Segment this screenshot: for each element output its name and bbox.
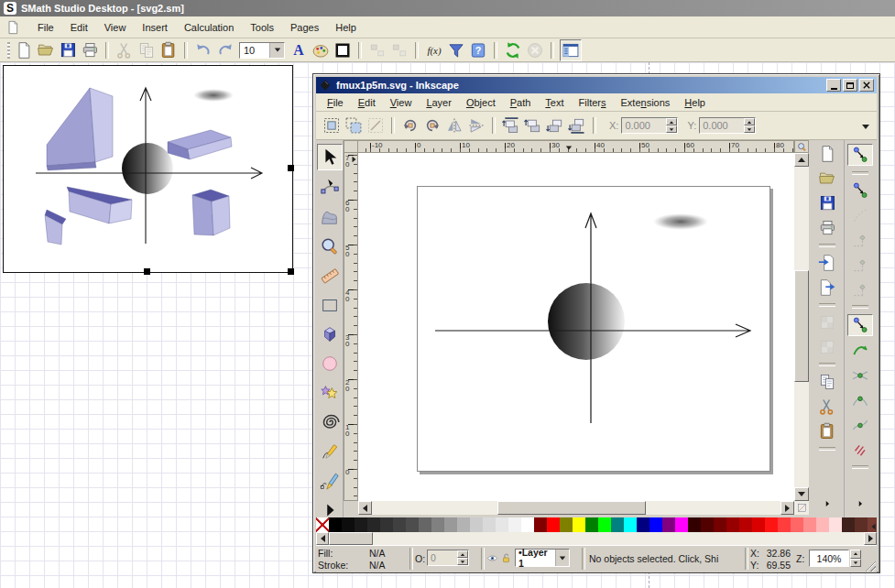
print-document-button[interactable] [816, 218, 838, 238]
palette-swatch[interactable] [637, 517, 649, 532]
export-button[interactable] [816, 278, 838, 298]
opacity-spin-down[interactable] [457, 558, 468, 565]
menu-object[interactable]: Object [459, 95, 503, 110]
rotate-cw-button[interactable] [422, 115, 442, 136]
toolbar-grip[interactable] [7, 42, 10, 59]
blurred-ellipse[interactable] [653, 213, 708, 230]
y-spin-up[interactable] [744, 118, 755, 125]
zoom-spin-down[interactable] [850, 559, 861, 568]
reference-book-button[interactable] [468, 40, 488, 60]
x-spin-up[interactable] [666, 118, 677, 125]
fill-value[interactable]: N/A [369, 548, 386, 559]
palette-swatch[interactable] [714, 517, 726, 532]
undo-button[interactable] [193, 40, 213, 60]
palette-swatch[interactable] [431, 517, 444, 532]
palette-swatch[interactable] [842, 517, 855, 532]
menu-file[interactable]: File [29, 19, 62, 36]
tool-rectangle-button[interactable] [318, 292, 342, 317]
tool-3d-box-button[interactable] [318, 321, 342, 346]
tool-measure-button[interactable] [318, 263, 342, 288]
snap-enable-button[interactable] [847, 144, 873, 166]
menu-calculation[interactable]: Calculation [176, 19, 242, 36]
window-resize-grip[interactable] [864, 560, 876, 572]
palette-swatch[interactable] [791, 517, 803, 532]
snap-nodes-button[interactable] [847, 314, 873, 336]
palette-swatch[interactable] [803, 517, 816, 532]
palette-scroll-left[interactable] [316, 532, 329, 545]
border-button[interactable] [333, 40, 353, 60]
tool-zoom-button[interactable] [318, 234, 342, 258]
palette-swatch[interactable] [624, 517, 637, 532]
smath-titlebar[interactable]: S SMath Studio Desktop - [svg2.sm] [0, 0, 895, 16]
zoom-spin-up[interactable] [850, 550, 861, 559]
smath-drawing-region[interactable] [3, 65, 293, 273]
palette-swatch[interactable] [726, 517, 739, 532]
palette-swatch[interactable] [393, 517, 406, 532]
palette-swatch[interactable] [585, 517, 598, 532]
palette-swatch[interactable] [483, 517, 496, 532]
menu-edit[interactable]: Edit [62, 19, 96, 36]
snap-more-button[interactable] [848, 494, 872, 514]
save-button[interactable] [58, 40, 78, 60]
palette-swatch[interactable] [688, 517, 701, 532]
palette-swatch[interactable] [662, 517, 675, 532]
x-coordinate-field[interactable]: 0.000 [621, 117, 678, 134]
palette-swatch[interactable] [380, 517, 393, 532]
palette-swatch[interactable] [829, 517, 842, 532]
palette-swatch[interactable] [342, 517, 355, 532]
copy-button[interactable] [816, 372, 838, 392]
open-button[interactable] [36, 40, 56, 60]
tool-pencil-button[interactable] [318, 439, 342, 463]
zoom-corner-button[interactable] [794, 140, 809, 153]
scroll-left-button[interactable] [358, 501, 372, 515]
vertical-scrollbar[interactable] [794, 153, 809, 501]
stroke-value[interactable]: N/A [369, 560, 386, 571]
palette-swatch[interactable] [560, 517, 573, 532]
x-spin-down[interactable] [666, 125, 677, 133]
filter-button[interactable] [446, 40, 466, 60]
horizontal-ruler[interactable]: -1001020304050607080 [358, 140, 794, 153]
palette-swatch[interactable] [816, 517, 829, 532]
palette-swatch[interactable] [534, 517, 547, 532]
scroll-down-button[interactable] [794, 487, 809, 501]
menu-help[interactable]: Help [677, 95, 713, 110]
snap-bounding-box-button[interactable] [848, 180, 872, 201]
menu-tools[interactable]: Tools [242, 19, 282, 36]
commands-more-button[interactable] [816, 494, 838, 514]
palette-swatch[interactable] [355, 517, 367, 532]
menu-file[interactable]: File [320, 95, 351, 110]
selection-handle-right[interactable] [288, 165, 294, 171]
close-button[interactable] [859, 79, 874, 92]
palette-swatch[interactable] [778, 517, 791, 532]
print-button[interactable] [80, 40, 100, 60]
layer-selector[interactable]: •Layer 1 [515, 549, 570, 567]
layer-dropdown-button[interactable] [555, 550, 569, 566]
maximize-button[interactable] [843, 79, 857, 92]
ruler-corner[interactable] [344, 140, 358, 153]
palette-swatch[interactable] [521, 517, 534, 532]
palette-swatch[interactable] [547, 517, 560, 532]
import-button[interactable] [816, 253, 838, 273]
font-size-combo[interactable]: 10 [239, 42, 285, 59]
lower-to-bottom-button[interactable] [567, 115, 587, 136]
menu-edit[interactable]: Edit [351, 95, 383, 110]
menu-insert[interactable]: Insert [134, 19, 176, 36]
snap-midpoints-button[interactable] [848, 440, 872, 460]
menu-path[interactable]: Path [503, 95, 539, 110]
tool-spiral-button[interactable] [318, 409, 342, 434]
rotate-ccw-button[interactable] [400, 115, 420, 136]
palette-swatch[interactable] [496, 517, 508, 532]
menu-extensions[interactable]: Extensions [614, 95, 678, 110]
tool-calligraphy-button[interactable] [318, 468, 342, 493]
select-all-layers-button[interactable] [344, 115, 364, 136]
palette-swatch[interactable] [419, 517, 431, 532]
open-document-button[interactable] [816, 169, 838, 189]
palette-swatch[interactable] [329, 517, 342, 532]
menu-layer[interactable]: Layer [419, 95, 459, 110]
palette-swatch-none[interactable] [316, 517, 329, 532]
y-coordinate-field[interactable]: 0.000 [699, 117, 756, 134]
gradient-sphere[interactable] [548, 283, 625, 360]
palette-scroll-thumb[interactable] [329, 532, 373, 545]
palette-swatch[interactable] [675, 517, 688, 532]
flip-horizontal-button[interactable] [444, 115, 464, 136]
